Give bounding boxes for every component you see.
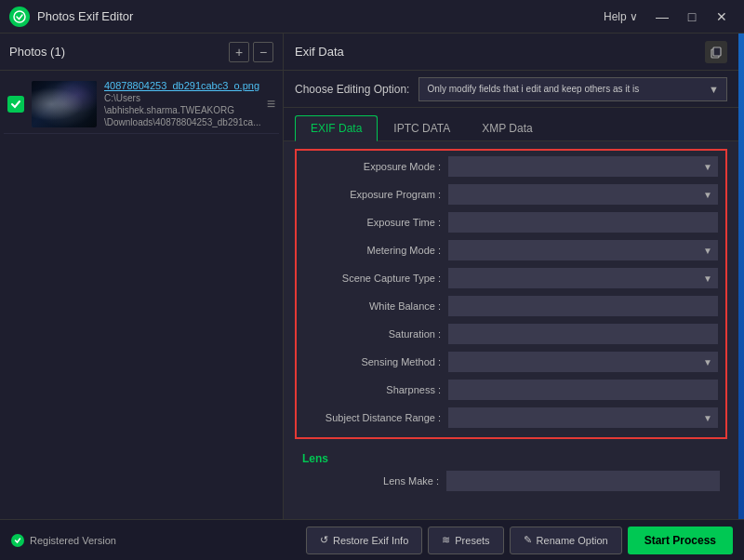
start-process-button[interactable]: Start Process [628,527,733,554]
lens-section-header: Lens [295,447,727,469]
field-row-saturation: Saturation : [297,322,725,346]
svg-rect-2 [713,47,721,56]
field-row-lens-make: Lens Make : [295,469,727,493]
photos-title: Photos (1) [9,45,225,59]
sharpness-label: Sharpness : [304,384,448,395]
app-title: Photos Exif Editor [37,9,596,23]
editing-option-row: Choose Editing Option: Only modify field… [284,71,738,108]
photo-menu-icon[interactable]: ≡ [267,96,275,113]
exif-header: Exif Data [284,33,738,71]
maximize-button[interactable]: □ [679,4,705,30]
tab-iptc-data[interactable]: IPTC DATA [378,115,466,140]
close-button[interactable]: ✕ [709,4,735,30]
tab-xmp-data[interactable]: XMP Data [466,115,548,140]
rename-option-button[interactable]: ✎ Rename Option [510,527,622,554]
exposure-time-input[interactable] [448,212,718,233]
sensing-method-select[interactable]: ▼ [448,352,718,372]
editing-option-select[interactable]: Only modify fields that i edit and keep … [418,77,727,101]
photo-path-1: C:\Users [104,93,263,103]
remove-photo-button[interactable]: − [253,42,273,62]
photos-header: Photos (1) + − [0,33,283,71]
scene-capture-type-select[interactable]: ▼ [448,268,718,288]
photo-info: 40878804253_db291cabc3_o.png C:\Users \a… [104,80,263,127]
chevron-down-icon: ▼ [703,413,712,423]
restore-icon: ↺ [320,534,328,546]
presets-icon: ≋ [442,534,450,546]
svg-point-0 [14,11,25,22]
field-row-subject-distance-range: Subject Distance Range : ▼ [297,406,725,430]
exposure-mode-select[interactable]: ▼ [448,156,718,177]
presets-label: Presets [455,535,489,546]
editing-option-arrow: ▼ [709,84,719,95]
restore-label: Restore Exif Info [333,535,408,546]
tab-bar: EXIF Data IPTC DATA XMP Data [284,108,738,141]
chevron-down-icon: ▼ [703,357,712,367]
help-button[interactable]: Help ∨ [596,8,645,25]
subject-distance-range-label: Subject Distance Range : [304,412,448,423]
chevron-down-icon: ▼ [703,190,712,200]
field-row-scene-capture-type: Scene Capture Type : ▼ [297,266,725,290]
bottom-bar: Registered Version ↺ Restore Exif Info ≋… [0,519,744,560]
right-accent [738,33,744,519]
metering-mode-label: Metering Mode : [304,245,448,256]
exposure-program-label: Exposure Program : [304,189,448,200]
photo-path-3: \Downloads\40878804253_db291ca... [104,117,263,127]
field-row-sensing-method: Sensing Method : ▼ [297,350,725,374]
sensing-method-label: Sensing Method : [304,356,448,367]
copy-icon[interactable] [705,41,727,63]
white-balance-input[interactable] [448,296,718,316]
saturation-label: Saturation : [304,328,448,340]
metering-mode-select[interactable]: ▼ [448,240,718,260]
field-row-exposure-program: Exposure Program : ▼ [297,182,725,207]
field-row-exposure-time: Exposure Time : [297,210,725,234]
subject-distance-range-select[interactable]: ▼ [448,407,718,428]
chevron-down-icon: ▼ [703,246,712,256]
list-item[interactable]: 40878804253_db291cabc3_o.png C:\Users \a… [4,74,279,134]
exposure-time-label: Exposure Time : [304,217,448,228]
add-photo-button[interactable]: + [229,42,249,62]
presets-button[interactable]: ≋ Presets [428,527,503,554]
field-row-metering-mode: Metering Mode : ▼ [297,238,725,262]
lens-make-input[interactable] [446,471,720,491]
scene-capture-type-label: Scene Capture Type : [304,273,448,284]
field-row-sharpness: Sharpness : [297,378,725,402]
left-panel: Photos (1) + − 40878804253_db291cabc3_o.… [0,33,284,519]
title-buttons: Help ∨ — □ ✕ [596,4,735,30]
rename-label: Rename Option [537,535,608,546]
photo-list: 40878804253_db291cabc3_o.png C:\Users \a… [0,71,283,519]
lens-make-label: Lens Make : [302,475,446,487]
sharpness-input[interactable] [448,380,718,400]
right-panel: Exif Data Choose Editing Option: Only mo… [284,33,738,519]
editing-option-label: Choose Editing Option: [295,83,409,96]
fields-area: Exposure Mode : ▼ Exposure Program : ▼ [284,141,738,519]
chevron-down-icon: ▼ [703,162,712,172]
exposure-program-select[interactable]: ▼ [448,184,718,205]
photo-checkbox[interactable] [7,96,24,113]
chevron-down-icon: ▼ [703,273,712,284]
white-balance-label: White Balance : [304,300,448,312]
minimize-button[interactable]: — [649,4,675,30]
status-area: Registered Version [11,534,306,547]
saturation-input[interactable] [448,324,718,344]
field-row-white-balance: White Balance : [297,294,725,318]
main-area: Photos (1) + − 40878804253_db291cabc3_o.… [0,33,744,519]
tab-exif-data[interactable]: EXIF Data [295,115,378,141]
app-icon [9,7,30,27]
photo-path-2: \abhishek.sharma.TWEAKORG [104,105,263,115]
photo-filename: 40878804253_db291cabc3_o.png [104,80,263,91]
title-bar: Photos Exif Editor Help ∨ — □ ✕ [0,0,744,33]
field-row-exposure-mode: Exposure Mode : ▼ [297,154,725,179]
editing-option-value: Only modify fields that i edit and keep … [427,84,639,94]
registered-icon [11,534,24,547]
bottom-buttons: ↺ Restore Exif Info ≋ Presets ✎ Rename O… [306,527,733,554]
exif-fields-group: Exposure Mode : ▼ Exposure Program : ▼ [295,149,727,439]
status-text: Registered Version [30,535,116,546]
exposure-mode-label: Exposure Mode : [304,161,448,172]
exif-title: Exif Data [295,45,705,59]
restore-exif-button[interactable]: ↺ Restore Exif Info [306,527,422,554]
photo-thumbnail [32,81,97,127]
rename-icon: ✎ [524,534,532,546]
